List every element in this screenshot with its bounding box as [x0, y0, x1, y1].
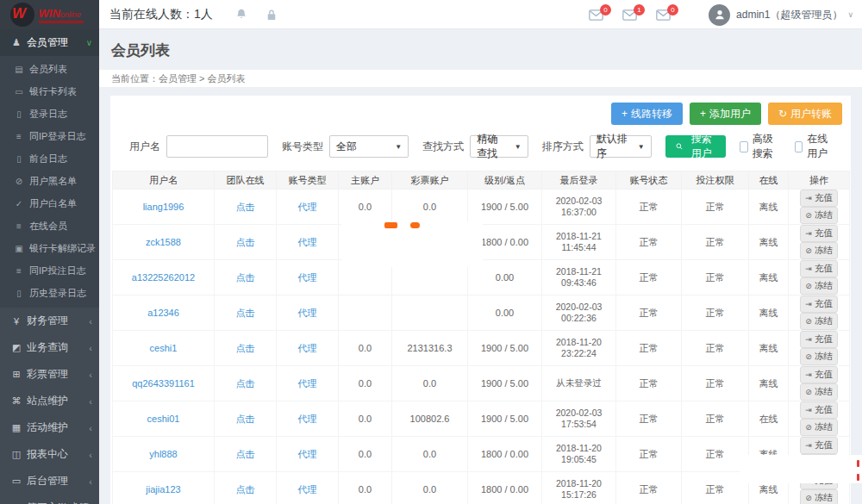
sidebar-item-history-login-log[interactable]: ▯历史登录日志 [0, 282, 99, 304]
sidebar-item-login-log[interactable]: ▯登录日志 [0, 103, 99, 125]
sidebar-item-site-maintain[interactable]: ⌘站点维护‹ [0, 388, 99, 414]
logo-strip [39, 21, 84, 23]
bet-permission-cell: 正常 [682, 366, 749, 401]
orange-artifact [410, 222, 420, 228]
username-link[interactable]: ceshi01 [113, 401, 215, 437]
sidebar-item-member-list[interactable]: ▤会员列表 [0, 58, 99, 80]
account-type-cell[interactable]: 代理 [277, 331, 339, 366]
freeze-button[interactable]: ⊘ 冻结 [800, 242, 837, 259]
sidebar-item-user-whitelist[interactable]: ✓用户白名单 [0, 192, 99, 215]
bet-permission-cell: 正常 [682, 437, 749, 472]
search-mode-select[interactable]: 精确查找 ▼ [470, 135, 528, 158]
sidebar-item-member-manage[interactable]: ♟会员管理∨ [0, 29, 99, 56]
sidebar-item-online-members[interactable]: ≡在线会员 [0, 215, 99, 237]
recharge-button[interactable]: ⇥ 充值 [800, 190, 837, 207]
sidebar-item-activity-maintain[interactable]: ▦活动维护‹ [0, 414, 99, 441]
team-online-link[interactable]: 点击 [215, 225, 277, 260]
checkbox-icon [795, 141, 803, 152]
sidebar-item-finance-manage[interactable]: ¥财务管理‹ [0, 308, 99, 334]
username-link[interactable]: yhl888 [113, 437, 215, 472]
freeze-button[interactable]: ⊘ 冻结 [800, 348, 837, 365]
ban-icon: ⊘ [12, 177, 26, 186]
add-user-button[interactable]: +添加用户 [690, 103, 761, 125]
lines-icon: ≡ [12, 132, 26, 141]
account-type-cell[interactable]: 代理 [277, 260, 339, 296]
lock-icon[interactable] [266, 9, 277, 21]
team-online-link[interactable]: 点击 [215, 437, 277, 472]
account-type-cell[interactable]: 代理 [277, 401, 339, 437]
account-type-cell[interactable]: 代理 [277, 190, 339, 225]
sidebar-item-business-query[interactable]: ◩业务查询‹ [0, 334, 99, 361]
recharge-button[interactable]: ⇥ 充值 [800, 260, 837, 277]
recharge-button[interactable]: ⇥ 充值 [800, 296, 837, 313]
bell-icon[interactable] [235, 8, 247, 21]
account-type-cell[interactable]: 代理 [277, 296, 339, 331]
chevron-down-icon[interactable]: ∨ [847, 10, 853, 19]
recharge-button[interactable]: ⇥ 充值 [800, 366, 837, 383]
online-user-checkbox[interactable]: 在线用户 [795, 132, 835, 161]
sidebar-item-front-log[interactable]: ▯前台日志 [0, 147, 99, 170]
username-link[interactable]: ceshi1 [113, 331, 215, 366]
sidebar-item-bank-card-unbind-log[interactable]: ▣银行卡解绑记录 [0, 237, 99, 259]
freeze-button[interactable]: ⊘ 冻结 [800, 489, 837, 504]
mail-icon[interactable]: 0 [589, 9, 603, 21]
sidebar-item-third-party-game[interactable]: ♟第三方游戏管理‹ [0, 495, 99, 504]
user-transfer-button[interactable]: ↻用户转账 [768, 103, 842, 125]
calendar-icon: ▦ [9, 422, 23, 433]
team-online-link[interactable]: 点击 [215, 260, 277, 296]
last-login-cell: 2018-11-2109:43:46 [542, 260, 616, 296]
account-type-cell[interactable]: 代理 [277, 437, 339, 472]
recharge-button[interactable]: ⇥ 充值 [800, 437, 837, 454]
team-online-link[interactable]: 点击 [215, 296, 277, 331]
username-link[interactable]: zck1588 [113, 225, 215, 260]
username-link[interactable]: liang1996 [113, 190, 215, 225]
freeze-button[interactable]: ⊘ 冻结 [800, 313, 837, 330]
recharge-button[interactable]: ⇥ 充值 [800, 225, 837, 242]
team-online-link[interactable]: 点击 [215, 401, 277, 437]
sort-select[interactable]: 默认排序 ▼ [590, 135, 652, 158]
advanced-search-checkbox[interactable]: 高级搜索 [740, 132, 780, 161]
team-online-link[interactable]: 点击 [215, 366, 277, 401]
username-link[interactable]: a13225262012 [113, 260, 215, 296]
username-link[interactable]: qq2643391161 [113, 366, 215, 401]
sidebar-item-report-center[interactable]: ◫报表中心‹ [0, 441, 99, 468]
table-row: ceshi01点击代理0.0100802.61900 / 5.002020-02… [113, 401, 850, 437]
sidebar-item-lottery-manage[interactable]: ⊞彩票管理‹ [0, 361, 99, 388]
team-online-link[interactable]: 点击 [215, 472, 277, 504]
team-online-link[interactable]: 点击 [215, 331, 277, 366]
level-rebate-cell: 1800 / 0.00 [468, 437, 542, 472]
admin-menu[interactable]: admin1（超级管理员） [736, 8, 842, 22]
account-type-cell[interactable]: 代理 [277, 366, 339, 401]
username-input[interactable] [166, 135, 268, 158]
avatar[interactable] [709, 4, 730, 26]
recharge-button[interactable]: ⇥ 充值 [800, 401, 837, 419]
username-link[interactable]: jiajia123 [113, 472, 215, 504]
chevron-left-icon: ‹ [89, 423, 92, 433]
freeze-button[interactable]: ⊘ 冻结 [800, 419, 837, 436]
file-icon: ▯ [12, 289, 26, 298]
app-logo[interactable]: W WINonline [0, 0, 99, 29]
sidebar-item-same-ip-login-log[interactable]: ≡同IP登录日志 [0, 125, 99, 147]
line-transfer-button[interactable]: +线路转移 [611, 103, 683, 125]
mail-edit-icon[interactable]: 0 [656, 9, 671, 21]
sidebar-item-user-blacklist[interactable]: ⊘用户黑名单 [0, 170, 99, 192]
account-type-cell[interactable]: 代理 [277, 472, 339, 504]
sidebar-item-backend-manage[interactable]: ▭后台管理‹ [0, 468, 99, 495]
lottery-balance-cell: 0.0 [392, 366, 468, 401]
chevron-down-icon: ∨ [86, 38, 92, 47]
freeze-button[interactable]: ⊘ 冻结 [800, 383, 837, 401]
mail-icon[interactable]: 1 [622, 9, 637, 21]
account-type-select[interactable]: 全部 ▼ [329, 135, 409, 158]
search-user-button[interactable]: 搜索用户 [665, 135, 727, 158]
freeze-button[interactable]: ⊘ 冻结 [800, 207, 837, 224]
recharge-button[interactable]: ⇥ 充值 [800, 331, 837, 348]
last-login-cell: 2020-02-0317:53:54 [542, 401, 616, 437]
account-type-cell[interactable]: 代理 [277, 225, 339, 260]
last-login-cell: 2020-02-0300:22:36 [542, 296, 616, 331]
sidebar-item-same-ip-bet-log[interactable]: ≡同IP投注日志 [0, 259, 99, 282]
username-link[interactable]: a12346 [113, 296, 215, 331]
ban-icon: ⊘ [805, 423, 812, 432]
sidebar-item-bank-card-list[interactable]: ▭银行卡列表 [0, 80, 99, 103]
team-online-link[interactable]: 点击 [215, 190, 277, 225]
freeze-button[interactable]: ⊘ 冻结 [800, 277, 837, 295]
